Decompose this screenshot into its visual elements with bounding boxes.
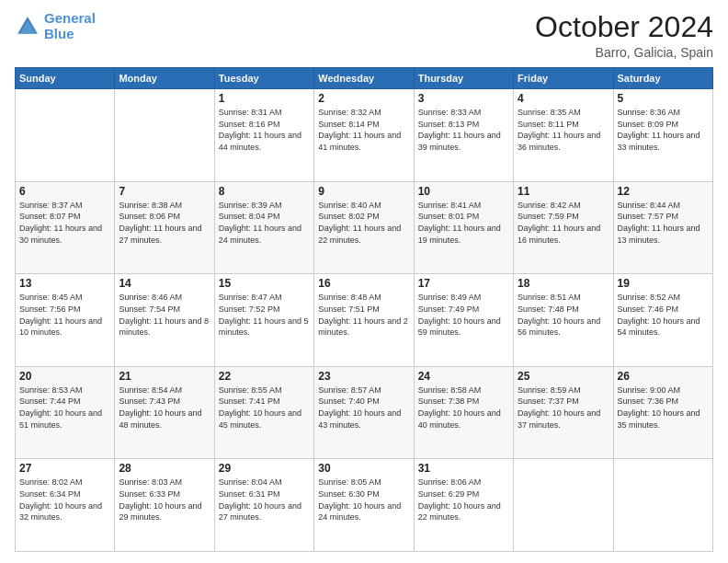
weekday-thursday: Thursday bbox=[414, 68, 513, 89]
day-number: 7 bbox=[119, 185, 210, 198]
day-number: 22 bbox=[219, 370, 310, 383]
calendar-cell: 13Sunrise: 8:45 AMSunset: 7:56 PMDayligh… bbox=[16, 274, 115, 367]
calendar-cell: 18Sunrise: 8:51 AMSunset: 7:48 PMDayligh… bbox=[514, 274, 613, 367]
calendar-cell: 15Sunrise: 8:47 AMSunset: 7:52 PMDayligh… bbox=[214, 274, 313, 367]
day-number: 8 bbox=[219, 185, 310, 198]
calendar-cell bbox=[514, 459, 613, 552]
day-number: 27 bbox=[19, 462, 110, 475]
title-block: October 2024 Barro, Galicia, Spain bbox=[535, 11, 713, 60]
day-info: Sunrise: 8:05 AMSunset: 6:30 PMDaylight:… bbox=[318, 477, 409, 523]
calendar-cell: 9Sunrise: 8:40 AMSunset: 8:02 PMDaylight… bbox=[314, 181, 414, 274]
day-number: 23 bbox=[318, 370, 409, 383]
week-row-2: 6Sunrise: 8:37 AMSunset: 8:07 PMDaylight… bbox=[16, 181, 713, 274]
day-number: 28 bbox=[119, 462, 210, 475]
logo: General Blue bbox=[15, 11, 96, 41]
day-info: Sunrise: 8:49 AMSunset: 7:49 PMDaylight:… bbox=[418, 292, 509, 338]
day-info: Sunrise: 8:54 AMSunset: 7:43 PMDaylight:… bbox=[119, 385, 210, 431]
day-number: 16 bbox=[318, 277, 409, 290]
day-number: 18 bbox=[518, 277, 609, 290]
month-title: October 2024 bbox=[535, 11, 713, 43]
day-number: 11 bbox=[518, 185, 609, 198]
day-info: Sunrise: 8:51 AMSunset: 7:48 PMDaylight:… bbox=[518, 292, 609, 338]
day-number: 26 bbox=[618, 370, 709, 383]
calendar-cell: 28Sunrise: 8:03 AMSunset: 6:33 PMDayligh… bbox=[115, 459, 214, 552]
day-info: Sunrise: 8:06 AMSunset: 6:29 PMDaylight:… bbox=[418, 477, 509, 523]
calendar-cell: 7Sunrise: 8:38 AMSunset: 8:06 PMDaylight… bbox=[115, 181, 214, 274]
day-number: 12 bbox=[618, 185, 709, 198]
day-number: 24 bbox=[418, 370, 509, 383]
day-info: Sunrise: 8:47 AMSunset: 7:52 PMDaylight:… bbox=[219, 292, 310, 338]
week-row-1: 1Sunrise: 8:31 AMSunset: 8:16 PMDaylight… bbox=[16, 89, 713, 182]
day-info: Sunrise: 8:38 AMSunset: 8:06 PMDaylight:… bbox=[119, 200, 210, 246]
day-info: Sunrise: 8:52 AMSunset: 7:46 PMDaylight:… bbox=[618, 292, 709, 338]
calendar-cell: 12Sunrise: 8:44 AMSunset: 7:57 PMDayligh… bbox=[613, 181, 712, 274]
day-number: 15 bbox=[219, 277, 310, 290]
weekday-friday: Friday bbox=[514, 68, 613, 89]
calendar-cell: 24Sunrise: 8:58 AMSunset: 7:38 PMDayligh… bbox=[414, 366, 513, 459]
calendar-cell: 10Sunrise: 8:41 AMSunset: 8:01 PMDayligh… bbox=[414, 181, 513, 274]
weekday-saturday: Saturday bbox=[613, 68, 712, 89]
calendar-body: 1Sunrise: 8:31 AMSunset: 8:16 PMDaylight… bbox=[16, 89, 713, 552]
weekday-tuesday: Tuesday bbox=[214, 68, 313, 89]
week-row-5: 27Sunrise: 8:02 AMSunset: 6:34 PMDayligh… bbox=[16, 459, 713, 552]
calendar-cell: 8Sunrise: 8:39 AMSunset: 8:04 PMDaylight… bbox=[214, 181, 313, 274]
day-info: Sunrise: 8:44 AMSunset: 7:57 PMDaylight:… bbox=[618, 200, 709, 246]
day-info: Sunrise: 8:53 AMSunset: 7:44 PMDaylight:… bbox=[19, 385, 110, 431]
day-info: Sunrise: 8:42 AMSunset: 7:59 PMDaylight:… bbox=[518, 200, 609, 246]
day-info: Sunrise: 8:41 AMSunset: 8:01 PMDaylight:… bbox=[418, 200, 509, 246]
day-number: 19 bbox=[618, 277, 709, 290]
location-title: Barro, Galicia, Spain bbox=[535, 45, 713, 60]
day-info: Sunrise: 8:04 AMSunset: 6:31 PMDaylight:… bbox=[219, 477, 310, 523]
day-info: Sunrise: 8:57 AMSunset: 7:40 PMDaylight:… bbox=[318, 385, 409, 431]
day-info: Sunrise: 8:59 AMSunset: 7:37 PMDaylight:… bbox=[518, 385, 609, 431]
calendar-cell: 20Sunrise: 8:53 AMSunset: 7:44 PMDayligh… bbox=[16, 366, 115, 459]
calendar-cell: 2Sunrise: 8:32 AMSunset: 8:14 PMDaylight… bbox=[314, 89, 414, 182]
calendar-cell: 11Sunrise: 8:42 AMSunset: 7:59 PMDayligh… bbox=[514, 181, 613, 274]
logo-text: General Blue bbox=[44, 11, 96, 41]
day-number: 31 bbox=[418, 462, 509, 475]
day-info: Sunrise: 8:03 AMSunset: 6:33 PMDaylight:… bbox=[119, 477, 210, 523]
day-info: Sunrise: 8:37 AMSunset: 8:07 PMDaylight:… bbox=[19, 200, 110, 246]
calendar-header: SundayMondayTuesdayWednesdayThursdayFrid… bbox=[16, 68, 713, 89]
calendar-cell bbox=[16, 89, 115, 182]
calendar-cell: 31Sunrise: 8:06 AMSunset: 6:29 PMDayligh… bbox=[414, 459, 513, 552]
logo-blue: Blue bbox=[44, 26, 74, 41]
day-info: Sunrise: 8:31 AMSunset: 8:16 PMDaylight:… bbox=[219, 107, 310, 153]
calendar-cell: 5Sunrise: 8:36 AMSunset: 8:09 PMDaylight… bbox=[613, 89, 712, 182]
logo-general: General bbox=[44, 10, 96, 26]
day-info: Sunrise: 8:32 AMSunset: 8:14 PMDaylight:… bbox=[318, 107, 409, 153]
day-number: 17 bbox=[418, 277, 509, 290]
day-number: 1 bbox=[219, 92, 310, 105]
calendar-cell: 16Sunrise: 8:48 AMSunset: 7:51 PMDayligh… bbox=[314, 274, 414, 367]
calendar-cell: 25Sunrise: 8:59 AMSunset: 7:37 PMDayligh… bbox=[514, 366, 613, 459]
calendar-cell bbox=[613, 459, 712, 552]
day-number: 3 bbox=[418, 92, 509, 105]
calendar-cell: 1Sunrise: 8:31 AMSunset: 8:16 PMDaylight… bbox=[214, 89, 313, 182]
day-info: Sunrise: 9:00 AMSunset: 7:36 PMDaylight:… bbox=[618, 385, 709, 431]
calendar-cell: 4Sunrise: 8:35 AMSunset: 8:11 PMDaylight… bbox=[514, 89, 613, 182]
weekday-monday: Monday bbox=[115, 68, 214, 89]
day-info: Sunrise: 8:35 AMSunset: 8:11 PMDaylight:… bbox=[518, 107, 609, 153]
page: General Blue October 2024 Barro, Galicia… bbox=[0, 0, 728, 563]
day-number: 13 bbox=[19, 277, 110, 290]
calendar-cell: 19Sunrise: 8:52 AMSunset: 7:46 PMDayligh… bbox=[613, 274, 712, 367]
calendar-cell: 14Sunrise: 8:46 AMSunset: 7:54 PMDayligh… bbox=[115, 274, 214, 367]
day-info: Sunrise: 8:46 AMSunset: 7:54 PMDaylight:… bbox=[119, 292, 210, 338]
calendar-table: SundayMondayTuesdayWednesdayThursdayFrid… bbox=[15, 67, 713, 552]
day-number: 5 bbox=[618, 92, 709, 105]
day-number: 30 bbox=[318, 462, 409, 475]
calendar-cell: 29Sunrise: 8:04 AMSunset: 6:31 PMDayligh… bbox=[214, 459, 313, 552]
day-info: Sunrise: 8:33 AMSunset: 8:13 PMDaylight:… bbox=[418, 107, 509, 153]
day-info: Sunrise: 8:39 AMSunset: 8:04 PMDaylight:… bbox=[219, 200, 310, 246]
calendar-cell: 27Sunrise: 8:02 AMSunset: 6:34 PMDayligh… bbox=[16, 459, 115, 552]
day-info: Sunrise: 8:02 AMSunset: 6:34 PMDaylight:… bbox=[19, 477, 110, 523]
day-number: 25 bbox=[518, 370, 609, 383]
day-number: 4 bbox=[518, 92, 609, 105]
calendar-cell: 17Sunrise: 8:49 AMSunset: 7:49 PMDayligh… bbox=[414, 274, 513, 367]
day-number: 21 bbox=[119, 370, 210, 383]
calendar-cell: 3Sunrise: 8:33 AMSunset: 8:13 PMDaylight… bbox=[414, 89, 513, 182]
day-number: 6 bbox=[19, 185, 110, 198]
calendar-cell: 26Sunrise: 9:00 AMSunset: 7:36 PMDayligh… bbox=[613, 366, 712, 459]
day-info: Sunrise: 8:45 AMSunset: 7:56 PMDaylight:… bbox=[19, 292, 110, 338]
day-info: Sunrise: 8:58 AMSunset: 7:38 PMDaylight:… bbox=[418, 385, 509, 431]
